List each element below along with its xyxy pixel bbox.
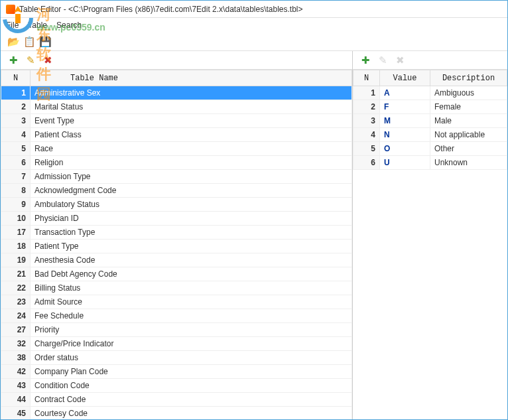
col-header-vn[interactable]: N xyxy=(353,70,380,86)
values-grid-scroll[interactable]: N Value Description 1AAmbiguous2FFemale3… xyxy=(353,70,507,419)
table-row[interactable]: 19Anesthesia Code xyxy=(1,253,352,267)
values-panel: ✚ ✎ ✖ N Value Description 1AAmbiguous2FF… xyxy=(353,51,507,419)
tables-grid-scroll[interactable]: N Table Name 1Administrative Sex2Marital… xyxy=(1,70,352,419)
row-name: Order status xyxy=(31,351,352,365)
row-name: Anesthesia Code xyxy=(31,253,352,267)
delete-value-icon[interactable]: ✖ xyxy=(394,54,406,66)
edit-value-icon[interactable]: ✎ xyxy=(377,54,389,66)
row-value: U xyxy=(380,156,430,170)
row-n: 5 xyxy=(353,142,380,156)
value-row[interactable]: 6UUnknown xyxy=(353,156,507,170)
edit-table-icon[interactable]: ✎ xyxy=(25,54,36,66)
menu-bar: File Table Search xyxy=(1,18,507,33)
row-desc: Male xyxy=(430,114,507,128)
table-row[interactable]: 4Patient Class xyxy=(1,128,352,142)
row-n: 43 xyxy=(1,379,31,393)
table-row[interactable]: 10Physician ID xyxy=(1,212,352,226)
table-row[interactable]: 3Event Type xyxy=(1,114,352,128)
row-desc: Other xyxy=(430,142,507,156)
table-row[interactable]: 32Charge/Price Indicator xyxy=(1,337,352,351)
table-row[interactable]: 45Courtesy Code xyxy=(1,407,352,420)
value-row[interactable]: 1AAmbiguous xyxy=(353,86,507,100)
add-value-icon[interactable]: ✚ xyxy=(359,54,371,66)
table-row[interactable]: 38Order status xyxy=(1,351,352,365)
menu-search[interactable]: Search xyxy=(56,21,82,30)
table-row[interactable]: 24Fee Schedule xyxy=(1,309,352,323)
row-name: Transaction Type xyxy=(31,226,352,240)
template-icon[interactable]: 📋 xyxy=(23,36,35,48)
table-row[interactable]: 5Race xyxy=(1,142,352,156)
row-n: 2 xyxy=(353,100,380,114)
row-name: Charge/Price Indicator xyxy=(31,337,352,351)
menu-table[interactable]: Table xyxy=(28,21,47,30)
table-row[interactable]: 23Admit Source xyxy=(1,295,352,309)
row-n: 24 xyxy=(1,309,31,323)
row-value: O xyxy=(380,142,430,156)
row-n: 21 xyxy=(1,267,31,281)
table-row[interactable]: 43Condition Code xyxy=(1,379,352,393)
row-n: 44 xyxy=(1,393,31,407)
add-table-icon[interactable]: ✚ xyxy=(7,54,19,66)
row-desc: Ambiguous xyxy=(430,86,507,100)
values-grid: N Value Description 1AAmbiguous2FFemale3… xyxy=(353,70,507,170)
row-value: N xyxy=(380,128,430,142)
row-n: 10 xyxy=(1,212,31,226)
row-value: M xyxy=(380,114,430,128)
row-desc: Female xyxy=(430,100,507,114)
table-row[interactable]: 7Admission Type xyxy=(1,170,352,184)
tables-toolbar: ✚ ✎ ✖ xyxy=(1,51,352,70)
table-row[interactable]: 2Marital Status xyxy=(1,100,352,114)
col-header-desc[interactable]: Description xyxy=(430,70,507,86)
table-row[interactable]: 9Ambulatory Status xyxy=(1,198,352,212)
row-n: 3 xyxy=(1,114,31,128)
row-n: 27 xyxy=(1,323,31,337)
app-icon xyxy=(6,5,15,14)
row-name: Admission Type xyxy=(31,170,352,184)
row-name: Admit Source xyxy=(31,295,352,309)
value-row[interactable]: 3MMale xyxy=(353,114,507,128)
table-row[interactable]: 27Priority xyxy=(1,323,352,337)
row-n: 23 xyxy=(1,295,31,309)
row-name: Contract Code xyxy=(31,393,352,407)
row-n: 2 xyxy=(1,100,31,114)
table-row[interactable]: 17Transaction Type xyxy=(1,226,352,240)
table-row[interactable]: 22Billing Status xyxy=(1,281,352,295)
row-n: 38 xyxy=(1,351,31,365)
delete-table-icon[interactable]: ✖ xyxy=(42,54,54,66)
table-row[interactable]: 6Religion xyxy=(1,156,352,170)
row-n: 8 xyxy=(1,184,31,198)
row-n: 18 xyxy=(1,240,31,253)
table-row[interactable]: 44Contract Code xyxy=(1,393,352,407)
row-n: 4 xyxy=(353,128,380,142)
col-header-n[interactable]: N xyxy=(1,70,31,86)
row-name: Marital Status xyxy=(31,100,352,114)
col-header-value[interactable]: Value xyxy=(380,70,430,86)
open-icon[interactable]: 📂 xyxy=(7,36,19,48)
tables-grid: N Table Name 1Administrative Sex2Marital… xyxy=(1,70,352,419)
row-n: 5 xyxy=(1,142,31,156)
value-row[interactable]: 4NNot applicable xyxy=(353,128,507,142)
row-value: A xyxy=(380,86,430,100)
row-n: 32 xyxy=(1,337,31,351)
save-icon[interactable]: 💾 xyxy=(39,36,51,48)
row-name: Condition Code xyxy=(31,379,352,393)
table-row[interactable]: 42Company Plan Code xyxy=(1,365,352,379)
row-n: 45 xyxy=(1,407,31,420)
table-row[interactable]: 1Administrative Sex xyxy=(1,86,352,100)
row-n: 3 xyxy=(353,114,380,128)
row-name: Patient Type xyxy=(31,240,352,253)
row-name: Patient Class xyxy=(31,128,352,142)
row-name: Race xyxy=(31,142,352,156)
row-value: F xyxy=(380,100,430,114)
row-n: 1 xyxy=(353,86,380,100)
col-header-name[interactable]: Table Name xyxy=(31,70,352,86)
table-row[interactable]: 21Bad Debt Agency Code xyxy=(1,267,352,281)
value-row[interactable]: 5OOther xyxy=(353,142,507,156)
row-name: Courtesy Code xyxy=(31,407,352,420)
table-row[interactable]: 18Patient Type xyxy=(1,240,352,253)
value-row[interactable]: 2FFemale xyxy=(353,100,507,114)
menu-file[interactable]: File xyxy=(6,21,19,30)
row-n: 42 xyxy=(1,365,31,379)
values-toolbar: ✚ ✎ ✖ xyxy=(353,51,507,70)
table-row[interactable]: 8Acknowledgment Code xyxy=(1,184,352,198)
